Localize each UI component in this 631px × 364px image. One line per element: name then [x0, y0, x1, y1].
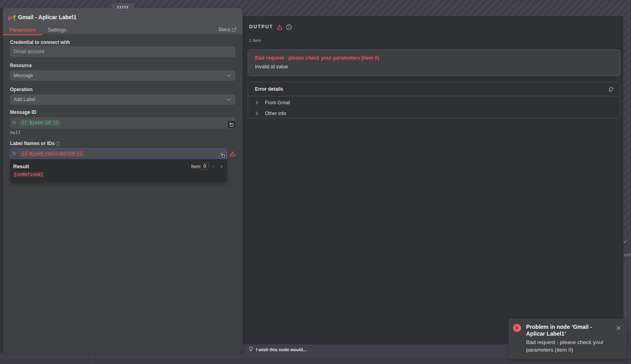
- svg-text:?: ?: [57, 142, 59, 145]
